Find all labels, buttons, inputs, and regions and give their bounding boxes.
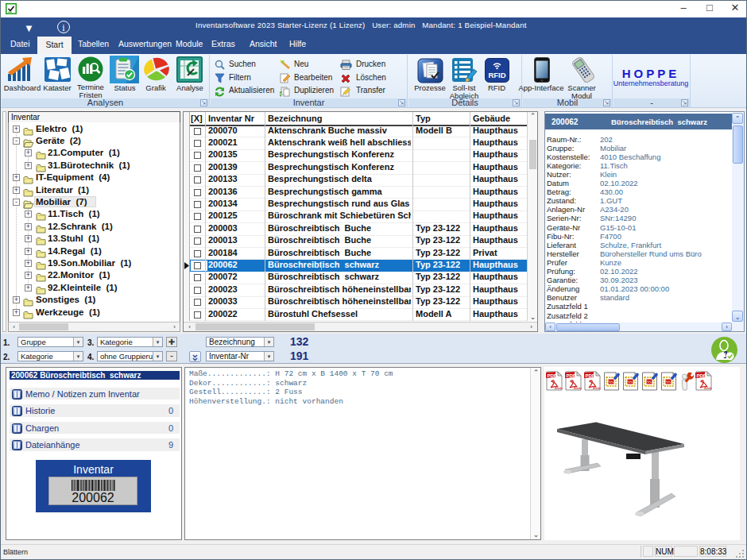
svg-text:Adobe: Adobe <box>704 386 712 390</box>
svg-text:Adobe: Adobe <box>555 386 563 390</box>
svg-text:PDF: PDF <box>696 373 706 378</box>
svg-text:PDF: PDF <box>585 373 594 378</box>
svg-text:Adobe: Adobe <box>574 386 582 390</box>
svg-text:RFID: RFID <box>488 71 505 79</box>
svg-text:PDF: PDF <box>567 373 576 378</box>
svg-text:Adobe: Adobe <box>593 386 601 390</box>
svg-text:PDF: PDF <box>548 373 557 378</box>
